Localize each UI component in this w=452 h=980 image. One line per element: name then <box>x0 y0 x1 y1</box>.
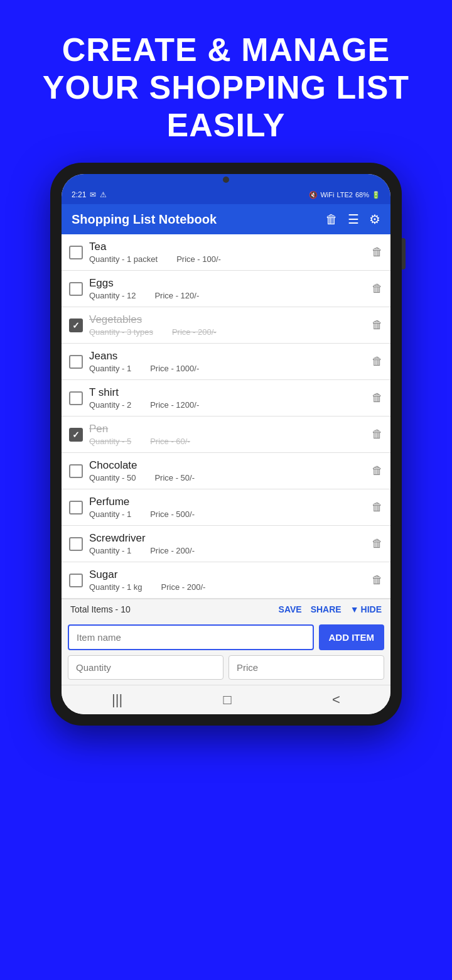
item-quantity: Quantity - 5 <box>89 437 131 446</box>
add-item-button[interactable]: ADD ITEM <box>319 624 385 650</box>
price-input[interactable] <box>229 655 384 680</box>
item-delete-icon[interactable]: 🗑 <box>372 282 383 295</box>
item-content: EggsQuantity - 12Price - 120/- <box>89 277 365 300</box>
status-right: 🔇 WiFi LTE2 68% 🔋 <box>309 191 380 199</box>
item-content: JeansQuantity - 1Price - 1000/- <box>89 350 365 373</box>
list-item: PenQuantity - 5Price - 60/-🗑 <box>62 416 390 453</box>
item-name-text: Screwdriver <box>89 532 365 545</box>
nav-menu-icon[interactable]: ||| <box>112 692 122 708</box>
item-price: Price - 100/- <box>176 254 221 264</box>
item-checkbox[interactable] <box>69 318 83 332</box>
item-checkbox[interactable] <box>69 574 83 587</box>
status-bar: 2:21 ✉ ⚠ 🔇 WiFi LTE2 68% 🔋 <box>62 185 390 204</box>
input-row-details <box>68 655 384 680</box>
item-delete-icon[interactable]: 🗑 <box>372 501 383 514</box>
total-items-label: Total Items - 10 <box>70 604 131 614</box>
item-name-text: Vegetables <box>89 313 365 326</box>
header-icons: 🗑 ☰ ⚙ <box>325 212 380 227</box>
item-delete-icon[interactable]: 🗑 <box>372 246 383 259</box>
item-name-text: Perfume <box>89 496 365 508</box>
item-checkbox[interactable] <box>69 428 83 442</box>
item-name-input[interactable] <box>68 624 314 650</box>
item-checkbox[interactable] <box>69 282 83 296</box>
item-price: Price - 60/- <box>150 437 190 446</box>
item-delete-icon[interactable]: 🗑 <box>372 428 383 441</box>
list-item: ChocolateQuantity - 50Price - 50/-🗑 <box>62 453 390 489</box>
nav-home-icon[interactable]: □ <box>223 692 231 708</box>
item-quantity: Quantity - 3 types <box>89 327 153 337</box>
item-checkbox[interactable] <box>69 355 83 369</box>
list-item: VegetablesQuantity - 3 typesPrice - 200/… <box>62 307 390 344</box>
nav-back-icon[interactable]: < <box>332 692 340 708</box>
item-name-text: Eggs <box>89 277 365 290</box>
item-details: Quantity - 5Price - 60/- <box>89 437 365 446</box>
hide-label: HIDE <box>361 604 382 614</box>
hero-line3: EASILY <box>166 107 285 143</box>
status-time: 2:21 <box>72 190 86 199</box>
item-delete-icon[interactable]: 🗑 <box>372 464 383 477</box>
footer-bar: Total Items - 10 SAVE SHARE ▼ HIDE <box>62 599 390 619</box>
item-details: Quantity - 1Price - 500/- <box>89 509 365 519</box>
item-quantity: Quantity - 50 <box>89 473 136 482</box>
item-quantity: Quantity - 2 <box>89 400 131 410</box>
item-details: Quantity - 2Price - 1200/- <box>89 400 365 410</box>
item-checkbox[interactable] <box>69 391 83 405</box>
item-content: VegetablesQuantity - 3 typesPrice - 200/… <box>89 313 365 337</box>
status-alert-icon: ⚠ <box>100 190 107 199</box>
list-item: TeaQuantity - 1 packetPrice - 100/-🗑 <box>62 234 390 271</box>
item-delete-icon[interactable]: 🗑 <box>372 574 383 587</box>
list-item: SugarQuantity - 1 kgPrice - 200/-🗑 <box>62 562 390 599</box>
status-lte-icon: LTE2 <box>336 191 352 199</box>
item-content: SugarQuantity - 1 kgPrice - 200/- <box>89 569 365 592</box>
item-checkbox[interactable] <box>69 537 83 551</box>
item-delete-icon[interactable]: 🗑 <box>372 537 383 550</box>
item-details: Quantity - 1 kgPrice - 200/- <box>89 582 365 592</box>
camera-notch <box>62 174 390 185</box>
share-button[interactable]: SHARE <box>311 604 342 614</box>
hero-line2: YOUR SHOPPING LIST <box>43 69 409 106</box>
item-name-text: T shirt <box>89 386 365 399</box>
item-price: Price - 1200/- <box>150 400 199 410</box>
header-list-icon[interactable]: ☰ <box>348 212 359 227</box>
list-item: JeansQuantity - 1Price - 1000/-🗑 <box>62 344 390 380</box>
item-price: Price - 200/- <box>172 327 217 337</box>
item-quantity: Quantity - 1 kg <box>89 582 143 592</box>
shopping-list: TeaQuantity - 1 packetPrice - 100/-🗑Eggs… <box>62 234 390 599</box>
header-delete-icon[interactable]: 🗑 <box>325 212 338 227</box>
header-settings-icon[interactable]: ⚙ <box>369 212 380 227</box>
item-details: Quantity - 50Price - 50/- <box>89 473 365 482</box>
item-name-text: Jeans <box>89 350 365 362</box>
item-details: Quantity - 1Price - 1000/- <box>89 364 365 373</box>
item-content: ScrewdriverQuantity - 1Price - 200/- <box>89 532 365 555</box>
side-button <box>402 238 406 270</box>
item-delete-icon[interactable]: 🗑 <box>372 355 383 368</box>
item-quantity: Quantity - 1 <box>89 509 131 519</box>
item-delete-icon[interactable]: 🗑 <box>372 391 383 405</box>
nav-bar: ||| □ < <box>62 685 390 714</box>
hide-button[interactable]: ▼ HIDE <box>350 604 382 614</box>
input-area: ADD ITEM <box>62 619 390 685</box>
save-button[interactable]: SAVE <box>279 604 302 614</box>
item-checkbox[interactable] <box>69 464 83 478</box>
phone-frame: 2:21 ✉ ⚠ 🔇 WiFi LTE2 68% 🔋 Shopping List… <box>50 163 402 726</box>
list-item: T shirtQuantity - 2Price - 1200/-🗑 <box>62 380 390 416</box>
item-checkbox[interactable] <box>69 246 83 259</box>
item-price: Price - 200/- <box>161 582 206 592</box>
item-checkbox[interactable] <box>69 501 83 514</box>
item-delete-icon[interactable]: 🗑 <box>372 318 383 332</box>
input-row-name: ADD ITEM <box>68 624 384 650</box>
list-item: ScrewdriverQuantity - 1Price - 200/-🗑 <box>62 526 390 562</box>
status-left: 2:21 ✉ ⚠ <box>72 190 107 199</box>
list-item: EggsQuantity - 12Price - 120/-🗑 <box>62 271 390 307</box>
status-wifi-icon: WiFi <box>320 191 334 199</box>
item-name-text: Pen <box>89 423 365 435</box>
footer-actions: SAVE SHARE ▼ HIDE <box>279 604 382 614</box>
status-battery-icon: 🔋 <box>372 191 380 199</box>
item-price: Price - 120/- <box>154 291 199 300</box>
item-details: Quantity - 1Price - 200/- <box>89 546 365 555</box>
item-price: Price - 1000/- <box>150 364 199 373</box>
item-quantity: Quantity - 1 packet <box>89 254 158 264</box>
quantity-input[interactable] <box>68 655 223 680</box>
status-notification-icon: ✉ <box>90 190 96 199</box>
item-name-text: Chocolate <box>89 459 365 472</box>
